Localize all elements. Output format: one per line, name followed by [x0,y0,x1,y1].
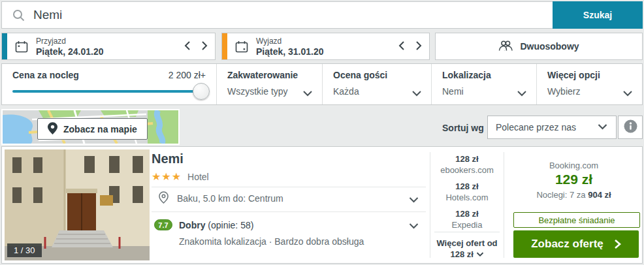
calendar-icon [235,40,248,55]
chevron-right-icon [614,239,621,249]
offer-site: Expedia [430,219,504,230]
chevron-down-icon[interactable] [411,88,422,100]
checkout-datebox[interactable]: Wyjazd Piątek, 31.01.20 [221,33,430,60]
other-offers-column: 128 zł ebookers.com 128 zł Hotels.com 12… [430,147,504,264]
image-counter-badge: 1 / 30 [7,243,42,257]
chevron-down-icon[interactable] [622,88,633,100]
filter-more-options-label: Więcej opcji [547,70,600,80]
checkout-prev-day-button[interactable] [398,40,406,51]
more-offers-label: Więcej ofert od [430,238,504,249]
rating-summary[interactable]: Dobry (opinie: 58) [179,220,253,230]
filter-guest-rating[interactable]: Ocena gości Każda [322,64,431,104]
sort-select-value: Polecane przez nas [496,122,597,132]
checkin-value: Piątek, 24.01.20 [36,46,104,57]
hotel-search-page: Szukaj Przyjazd Piątek, 24.01.20 [0,0,644,265]
hotel-name[interactable]: Nemi [152,151,184,166]
guests-selector[interactable]: Dwuosobowy [435,33,643,60]
rating-highlights: Znakomita lokalizacja · Bardzo dobra obs… [179,236,364,247]
divider [152,211,426,212]
offer-price: 128 zł [430,208,504,219]
hotel-location[interactable]: Baku, 5.0 km do: Centrum [177,193,283,204]
map-pin-icon [48,122,57,136]
location-pin-icon [159,191,169,206]
view-offer-label: Zobacz ofertę [531,238,604,251]
search-button[interactable]: Szukaj [553,1,643,29]
hotel-category: Hotel [187,172,209,182]
rating-reviews: (opinie: 58) [208,220,253,230]
filter-price-max: 2 200 zł+ [169,70,206,80]
deal-nights-label: Noclegi: 7 za [536,190,585,200]
checkin-label: Przyjazd [36,36,104,46]
checkout-value: Piątek, 31.01.20 [256,46,324,57]
offer-site: ebookers.com [430,164,504,176]
view-offer-button[interactable]: Zobacz ofertę [513,230,639,258]
filter-accommodation[interactable]: Zakwaterowanie Wszystkie typy [216,64,322,104]
free-breakfast-badge: Bezpłatne śniadanie [513,212,640,228]
map-preview[interactable]: Zobacz na mapie [1,109,180,145]
rating-expand-chevron-icon[interactable] [408,221,419,232]
checkin-accent-bar [2,33,7,59]
guests-label: Dwuosobowy [520,41,579,52]
checkin-datebox[interactable]: Przyjazd Piątek, 24.01.20 [1,33,216,60]
checkout-next-day-button[interactable] [415,40,423,51]
sort-info-button[interactable] [618,116,643,139]
deal-nights-price: 904 zł [588,190,611,200]
rating-score-badge: 7.7 [154,219,172,230]
filter-location[interactable]: Lokalizacja Nemi [431,64,536,104]
more-offers-price: 128 zł [450,249,473,259]
top-deal-column: Booking.com 129 zł Noclegi: 7 za 904 zł … [504,147,643,264]
price-slider[interactable] [12,90,206,93]
guests-icon [498,40,513,54]
offer-hotelscom[interactable]: 128 zł Hotels.com [430,181,504,203]
checkout-accent-bar [222,33,227,59]
filter-guest-rating-label: Ocena gości [333,70,387,80]
filter-price: Cena za nocleg 2 200 zł+ [2,64,216,104]
filter-more-options[interactable]: Więcej opcji Wybierz [536,64,642,104]
star-rating-icons: ★★★ [152,170,182,183]
show-on-map-label: Zobacz na mapie [63,124,137,134]
filter-accommodation-value[interactable]: Wszystkie typy [227,86,288,97]
divider [152,187,426,187]
deal-price: 129 zł [504,172,643,187]
rating-word: Dobry [179,220,205,230]
checkout-label: Wyjazd [256,36,324,46]
search-icon [12,9,25,25]
filter-location-value[interactable]: Nemi [442,86,464,97]
price-slider-handle[interactable] [193,83,210,100]
filter-accommodation-label: Zakwaterowanie [227,70,298,80]
deal-site: Booking.com [504,161,643,170]
checkin-next-day-button[interactable] [201,40,208,51]
more-offers-button[interactable]: Więcej ofert od 128 zł [430,238,504,260]
chevron-down-icon[interactable] [302,88,313,100]
filter-guest-rating-value[interactable]: Każda [333,86,359,97]
filter-price-label: Cena za nocleg [12,70,79,80]
chevron-down-icon [476,251,484,257]
offer-ebookers[interactable]: 128 zł ebookers.com [430,153,504,176]
filter-more-options-value[interactable]: Wybierz [547,86,580,97]
hotel-card: 1 / 30 Nemi ★★★ Hotel Baku, 5.0 km do: C… [1,146,643,264]
filter-location-label: Lokalizacja [442,70,491,80]
deal-nights-total: Noclegi: 7 za 904 zł [504,190,643,200]
chevron-down-icon [597,122,608,132]
offer-price: 128 zł [430,153,504,164]
sort-label: Sortuj wg [442,123,484,133]
search-input[interactable] [32,2,541,28]
location-expand-chevron-icon[interactable] [408,195,419,206]
hotel-image[interactable]: 1 / 30 [5,149,150,260]
divider [434,232,500,232]
checkin-prev-day-button[interactable] [184,40,191,51]
search-bar: Szukaj [1,1,643,29]
info-icon [624,119,637,136]
filter-bar: Cena za nocleg 2 200 zł+ Zakwaterowanie … [1,63,643,105]
calendar-icon [15,40,28,55]
offer-site: Hotels.com [430,192,504,203]
offer-price: 128 zł [430,181,504,192]
show-on-map-button[interactable]: Zobacz na mapie [37,118,148,140]
offer-expedia[interactable]: 128 zł Expedia [430,208,504,230]
chevron-down-icon[interactable] [517,88,527,100]
sort-select[interactable]: Polecane przez nas [487,116,617,139]
